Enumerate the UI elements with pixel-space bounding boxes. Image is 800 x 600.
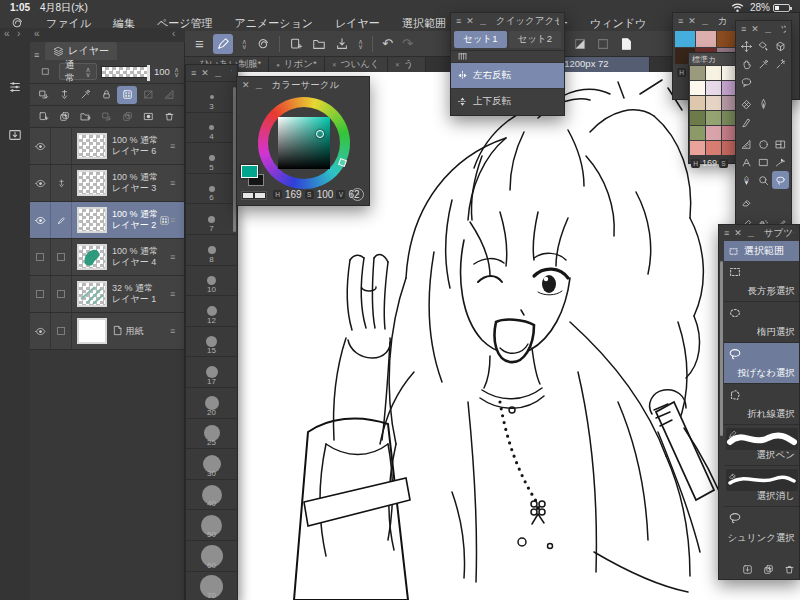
tool-text[interactable] [738, 153, 755, 171]
close-icon[interactable]: ✕ [751, 25, 759, 34]
quick-access-item-flip-vertical[interactable]: 上下反転 [451, 89, 564, 113]
color-swatch[interactable] [690, 81, 705, 95]
tool-auto-select[interactable] [772, 55, 789, 73]
active-document-icon[interactable] [619, 37, 633, 51]
tool-move[interactable] [738, 37, 755, 55]
brush-size-item[interactable]: 20 [186, 387, 237, 418]
brush-size-item[interactable]: 3 [186, 81, 237, 112]
select-all-icon[interactable] [596, 37, 610, 51]
eye-icon[interactable] [35, 215, 46, 226]
layer-row[interactable]: 100 % 通常レイヤー 6 ≡ [30, 128, 184, 165]
blend-mode-select[interactable]: 通常 ∧∨ [59, 63, 97, 80]
collapse-panel-icon[interactable]: « [34, 28, 40, 39]
color-swatch[interactable] [706, 66, 721, 80]
color-swatch[interactable] [706, 111, 721, 125]
tool-fill[interactable] [738, 171, 755, 189]
open-file-icon[interactable] [312, 37, 326, 51]
delete-subtool-icon[interactable] [784, 564, 795, 575]
edit-mode-button[interactable] [213, 34, 233, 54]
tool-decoration[interactable] [738, 95, 755, 113]
eye-icon[interactable] [35, 326, 46, 337]
brush-size-item[interactable]: 17 [186, 356, 237, 387]
layer-checkbox[interactable] [57, 327, 65, 335]
subtool-erase-selection[interactable]: 選択消し [724, 466, 799, 507]
subtool-lasso-select-selected[interactable]: 投げなわ選択 [724, 343, 799, 384]
brush-size-item[interactable]: 40 [186, 479, 237, 510]
subtool-polyline-select[interactable]: 折れ線選択 [724, 384, 799, 425]
brush-size-item[interactable]: 50 [186, 509, 237, 540]
panel-menu-icon[interactable]: ≡ [456, 17, 461, 26]
color-set-select[interactable]: 標準カ [689, 53, 736, 65]
invert-selection-icon[interactable] [573, 37, 587, 51]
merge-down-button[interactable] [96, 108, 116, 126]
new-canvas-icon[interactable] [289, 37, 303, 51]
minimize-icon[interactable]: ＿ [747, 229, 756, 238]
layer-color-badge-icon[interactable] [159, 215, 170, 226]
save-chevrons-icon[interactable]: ∧∨ [358, 39, 363, 49]
layer-menu-icon[interactable]: ≡ [170, 215, 184, 225]
tool-hand[interactable] [738, 55, 755, 73]
layer-mask-button[interactable] [138, 108, 158, 126]
panel-menu-icon[interactable]: ≡ [678, 17, 683, 26]
new-layer-button[interactable] [33, 108, 53, 126]
minimize-icon[interactable]: ＿ [701, 17, 710, 26]
mode-chevrons-icon[interactable]: ∧∨ [242, 39, 247, 49]
layer-row[interactable]: 32 % 通常レイヤー 1 ≡ [30, 276, 184, 313]
subtool-selection-pen[interactable]: 選択ペン [724, 425, 799, 466]
close-icon[interactable]: ✕ [242, 81, 250, 90]
lock-alpha-button[interactable] [138, 86, 158, 104]
combine-layer-button[interactable] [117, 108, 137, 126]
opacity-slider[interactable] [101, 66, 150, 78]
brush-size-item[interactable]: 12 [186, 295, 237, 326]
palette-dock-sliders-icon[interactable] [8, 80, 22, 94]
tab-set1[interactable]: セット1 [454, 31, 507, 48]
saturation-value-square[interactable] [278, 117, 330, 169]
close-icon[interactable]: ✕ [734, 229, 742, 238]
minimize-icon[interactable]: ＿ [764, 25, 773, 34]
tool-frame-border[interactable] [772, 135, 789, 153]
import-folder-icon[interactable] [8, 128, 22, 142]
layer-checkbox[interactable] [57, 253, 65, 261]
layer-checkbox[interactable] [57, 290, 65, 298]
tool-3d[interactable] [772, 37, 789, 55]
color-swatch[interactable] [696, 31, 716, 47]
scrollbar[interactable] [720, 261, 723, 436]
close-tab-icon[interactable]: ✕ [395, 61, 400, 68]
eye-icon[interactable] [35, 178, 46, 189]
layer-row-selected[interactable]: 100 % 通常レイヤー 2 ≡ [30, 202, 184, 239]
color-swatch[interactable] [690, 141, 705, 155]
layer-menu-icon[interactable]: ≡ [170, 141, 184, 151]
tool-correct-line[interactable] [772, 153, 789, 171]
brush-size-item[interactable]: 4 [186, 112, 237, 143]
panel-menu-icon[interactable]: ≡ [191, 69, 196, 78]
menu-animation[interactable]: アニメーション [235, 16, 314, 31]
close-icon[interactable]: ✕ [201, 69, 209, 78]
color-swatch[interactable] [706, 126, 721, 140]
brush-size-item[interactable]: 7 [186, 203, 237, 234]
hidden-eye-checkbox[interactable] [36, 290, 44, 298]
brush-size-item[interactable]: 15 [186, 326, 237, 357]
close-icon[interactable]: ✕ [688, 17, 696, 26]
close-tab-icon[interactable]: ✕ [332, 61, 337, 68]
import-subtool-icon[interactable] [742, 564, 753, 575]
color-swatch[interactable] [706, 141, 721, 155]
color-mode-toggle-icon[interactable]: ◔ [351, 188, 364, 201]
menu-window[interactable]: ウィンドウ [590, 16, 646, 31]
layer-row[interactable]: 100 % 通常レイヤー 4 ≡ [30, 239, 184, 276]
collapse-panel-icon[interactable]: ‹ [172, 28, 175, 39]
tool-object[interactable] [755, 37, 772, 55]
delete-layer-button[interactable] [159, 108, 179, 126]
quick-access-item-clipped[interactable] [451, 51, 564, 63]
color-swatch[interactable] [717, 31, 737, 47]
brush-size-item[interactable]: 6 [186, 173, 237, 204]
color-swatch[interactable] [675, 31, 695, 47]
panel-menu-icon[interactable]: ≡ [724, 229, 729, 238]
tool-figure[interactable] [738, 135, 755, 153]
clip-below-button[interactable] [54, 86, 74, 104]
expand-right-icon[interactable]: › [17, 28, 20, 39]
ruler-toggle-button[interactable] [159, 86, 179, 104]
color-swatch[interactable] [690, 66, 705, 80]
layer-menu-icon[interactable]: ≡ [170, 252, 184, 262]
tool-gradient[interactable] [755, 153, 772, 171]
layer-row[interactable]: 用紙 ≡ [30, 313, 184, 350]
